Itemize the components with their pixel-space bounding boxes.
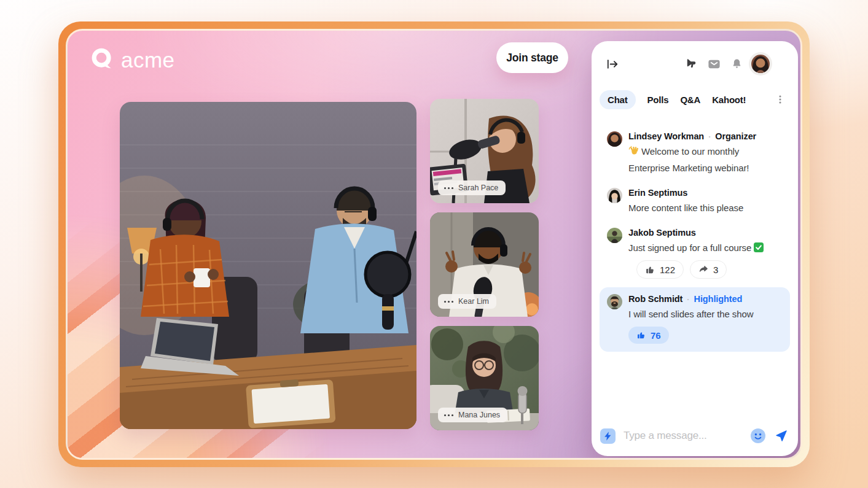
tabs-overflow-menu-icon[interactable] [775,93,786,106]
avatar-jakob [607,228,622,243]
emoji-smiley-icon[interactable] [750,428,766,444]
participant-video-kear-lim: Kear Lim [430,212,539,317]
participant-menu-dots[interactable] [444,301,453,303]
participant-menu-dots[interactable] [444,187,453,189]
main-stage-photo [120,102,416,429]
tab-kahoot[interactable]: Kahoot! [712,95,746,105]
highlighted-like-button[interactable]: 76 [628,327,669,344]
event-stage: acme Join stage [66,29,802,460]
like-reaction-button[interactable]: 122 [636,260,684,279]
participant-menu-dots[interactable] [444,414,453,416]
message-text: I will send slides after the show [628,309,753,319]
participant-name-tag: Mana Junes [438,408,507,422]
acme-logo: acme [90,47,175,72]
participant-name-tag: Sarah Pace [438,180,506,195]
quick-actions-bolt-icon[interactable] [600,428,616,444]
collapse-panel-icon[interactable] [605,57,619,71]
device-frame: acme Join stage [58,21,810,467]
dot-separator: · [708,131,711,142]
join-stage-label: Join stage [506,52,558,64]
avatar-lindsey [607,131,622,147]
organizer-badge: Organizer [715,131,756,142]
message-input[interactable] [622,429,743,443]
tab-chat[interactable]: Chat [600,90,636,109]
message-text: Welcome to our monthly Enterprise Market… [628,146,749,173]
thumbs-up-icon [636,330,646,340]
participant-name: Kear Lim [458,297,489,306]
announcements-megaphone-icon[interactable] [684,57,698,71]
webinar-app: acme Join stage [0,0,868,488]
avatar-erin [607,188,622,203]
participant-name: Mana Junes [458,411,500,419]
logo-text: acme [121,49,175,71]
share-reaction-button[interactable]: 3 [690,260,727,279]
chat-panel: Chat Polls Q&A Kahoot! [592,41,798,456]
share-count: 3 [713,265,718,275]
chat-tabs: Chat Polls Q&A Kahoot! [600,90,786,109]
chat-message: Erin Septimus More content like this ple… [600,187,790,215]
message-author: Erin Septimus [628,187,687,199]
message-reactions: 122 3 [636,260,790,279]
message-author: Rob Schmidt [628,293,682,305]
highlighted-badge: Highlighted [694,293,743,305]
avatar-rob [607,294,622,309]
highlighted-message: Rob Schmidt · Highlighted I will send sl… [600,287,790,352]
chat-message: Jakob Septimus Just signed up for a full… [600,227,790,257]
thumbs-up-icon [645,265,655,275]
check-mark-emoji-icon [754,242,764,257]
message-author: Jakob Septimus [628,227,696,239]
main-stage-video [120,102,416,429]
chat-message: Lindsey Workman · Organizer [600,131,790,176]
chat-messages: Lindsey Workman · Organizer [592,131,798,428]
message-author: Lindsey Workman [628,131,704,142]
message-text: Just signed up for a full course [628,242,751,253]
message-text: More content like this please [628,203,743,213]
notifications-bell-icon[interactable] [730,58,743,71]
participant-name: Sarah Pace [458,184,498,192]
messages-mail-icon[interactable] [707,57,721,71]
message-composer [592,428,798,456]
user-avatar[interactable] [751,55,770,73]
tab-polls[interactable]: Polls [647,95,669,105]
tab-qa[interactable]: Q&A [680,95,700,105]
highlighted-like-count: 76 [651,330,661,341]
share-arrow-icon [698,265,709,275]
join-stage-button[interactable]: Join stage [496,42,568,73]
acme-logo-icon [90,47,115,72]
wave-emoji-icon [628,145,639,161]
participant-name-tag: Kear Lim [438,294,496,309]
participant-video-mana-junes: Mana Junes [430,326,539,430]
participant-video-sarah-pace: Sarah Pace [430,99,539,203]
send-message-icon[interactable] [773,428,788,443]
chat-header [605,53,770,74]
like-count: 122 [660,265,675,275]
dot-separator: · [687,293,689,305]
